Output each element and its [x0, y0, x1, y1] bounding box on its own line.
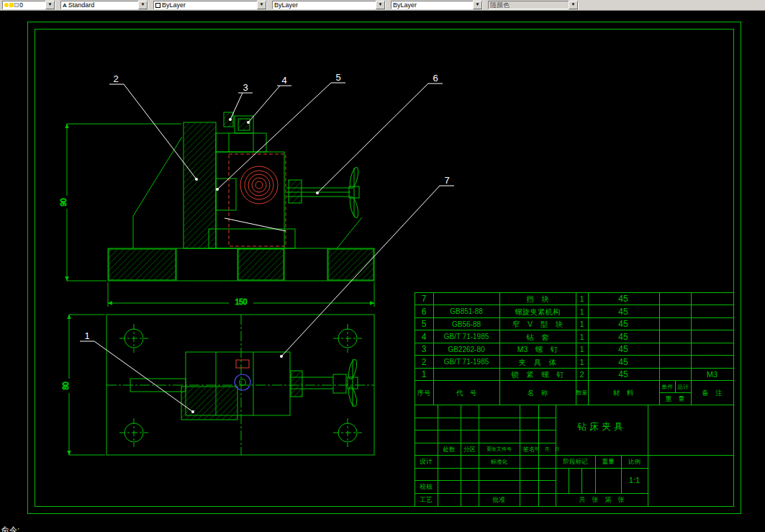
linetype-combo[interactable]: ByLayer ▼ [272, 1, 386, 9]
current-linetype: ByLayer [274, 1, 298, 9]
chevron-down-icon[interactable]: ▼ [376, 1, 385, 9]
object-properties-toolbar: 0 ▼ A Standard ▼ ByLayer ▼ ByLayer ▼ ByL… [0, 0, 765, 11]
svg-text:代 号: 代 号 [456, 389, 477, 397]
balloon-5: 5 [216, 72, 345, 191]
lineweight-combo[interactable]: ByLayer ▼ [391, 1, 483, 9]
svg-text:校核: 校核 [420, 483, 433, 490]
svg-text:钻 套: 钻 套 [525, 333, 549, 341]
command-prompt: 命令: [1, 526, 19, 532]
svg-text:2: 2 [113, 73, 118, 84]
current-lineweight: ByLayer [393, 1, 417, 9]
front-view[interactable] [108, 112, 374, 281]
svg-text:批准: 批准 [492, 496, 506, 503]
svg-text:重 量: 重 量 [666, 395, 685, 402]
svg-text:单件: 单件 [661, 384, 673, 390]
drawing-canvas[interactable]: 90 150 80 2 3 4 5 6 7 1 7 挡 块 [0, 0, 765, 532]
svg-text:1: 1 [579, 345, 584, 353]
svg-text:设计: 设计 [420, 458, 433, 465]
svg-text:45: 45 [618, 369, 628, 379]
svg-text:2: 2 [579, 370, 584, 379]
dim-plan-height: 80 [62, 382, 70, 390]
bom-table[interactable]: 7 挡 块 1 45 6 GB851-88 螺旋夹紧机构 1 45 5 GB56… [415, 292, 733, 506]
svg-text:签名: 签名 [523, 446, 535, 453]
model-space[interactable]: 90 150 80 2 3 4 5 6 7 1 7 挡 块 [0, 0, 765, 532]
bom-row: 6 GB851-88 螺旋夹紧机构 1 45 [422, 307, 628, 317]
balloon-6: 6 [316, 73, 443, 195]
bom-row: 2 GB/T 71-1985 夹 具 体 1 45 [422, 357, 628, 367]
svg-text:共 张 第 张: 共 张 第 张 [579, 496, 625, 503]
scale-value: 1:1 [629, 476, 640, 484]
svg-text:1: 1 [422, 369, 427, 379]
style-icon: A [63, 2, 67, 9]
dim-front-height: 90 [60, 198, 68, 207]
svg-text:GB/T 71-1985: GB/T 71-1985 [444, 333, 489, 341]
chevron-down-icon[interactable]: ▼ [45, 1, 55, 9]
svg-text:标准化: 标准化 [491, 459, 508, 465]
svg-text:备 注: 备 注 [702, 389, 723, 397]
svg-text:45: 45 [618, 319, 628, 329]
layer-on-icon [4, 3, 9, 7]
svg-text:夹 具 体: 夹 具 体 [519, 358, 557, 366]
chevron-down-icon[interactable]: ▼ [473, 1, 482, 9]
chevron-down-icon[interactable]: ▼ [138, 1, 148, 9]
chevron-down-icon: ▼ [569, 1, 578, 9]
plan-view[interactable] [107, 315, 374, 455]
svg-text:1: 1 [579, 333, 584, 341]
svg-text:7: 7 [444, 175, 449, 186]
svg-text:M3 螺 钉: M3 螺 钉 [517, 345, 558, 353]
svg-text:7: 7 [422, 294, 427, 304]
current-plotstyle: 随颜色 [490, 1, 510, 10]
color-combo[interactable]: ByLayer ▼ [153, 1, 267, 9]
svg-text:年、月、日: 年、月、日 [535, 446, 560, 452]
svg-text:名 称: 名 称 [528, 389, 548, 397]
balloon-4: 4 [247, 75, 291, 125]
balloon-1: 1 [80, 330, 194, 414]
title-block[interactable]: 钻床夹具 处数 分区 更改文件号 签名 年、月、日 设计 标准化 校核 工艺 批… [415, 405, 733, 507]
svg-text:工艺: 工艺 [420, 496, 433, 503]
svg-text:总计: 总计 [676, 384, 689, 390]
svg-text:序号: 序号 [417, 389, 432, 397]
bom-row: 7 挡 块 1 45 [422, 294, 628, 304]
style-combo[interactable]: A Standard ▼ [60, 1, 148, 9]
svg-text:5: 5 [422, 319, 427, 329]
svg-text:45: 45 [618, 357, 628, 367]
svg-text:45: 45 [618, 332, 628, 342]
svg-text:4: 4 [422, 332, 427, 342]
svg-text:GB851-88: GB851-88 [450, 307, 483, 315]
current-layer-name: 0 [19, 1, 23, 9]
chevron-down-icon[interactable]: ▼ [257, 1, 266, 9]
balloon-labels[interactable]: 2 3 4 5 6 7 1 [80, 72, 454, 414]
svg-text:1: 1 [579, 358, 584, 366]
color-swatch-icon [155, 3, 160, 8]
svg-text:6: 6 [433, 73, 438, 84]
svg-text:GB56-88: GB56-88 [452, 320, 481, 328]
svg-text:2: 2 [422, 357, 427, 367]
svg-text:1: 1 [579, 320, 584, 328]
command-line[interactable]: 命令: [1, 526, 19, 532]
svg-text:1: 1 [579, 294, 584, 303]
plan-detail[interactable] [236, 360, 249, 368]
svg-text:分区: 分区 [463, 446, 476, 453]
svg-text:3: 3 [422, 344, 427, 354]
svg-text:材 料: 材 料 [612, 389, 634, 397]
svg-text:阶段标记: 阶段标记 [563, 458, 589, 465]
plan-bushing-hole[interactable] [235, 374, 250, 390]
layer-combo[interactable]: 0 ▼ [2, 1, 55, 9]
front-view-section-details[interactable] [225, 154, 286, 246]
svg-text:1: 1 [579, 307, 584, 316]
dim-base-width: 150 [235, 298, 248, 306]
svg-text:GB2262-80: GB2262-80 [448, 346, 485, 353]
svg-text:螺旋夹紧机构: 螺旋夹紧机构 [515, 307, 561, 316]
current-color: ByLayer [162, 1, 186, 9]
svg-text:重量: 重量 [602, 458, 615, 465]
bom-row: 1 锁 紧 螺 钉 2 45 M3 [422, 369, 718, 379]
balloon-3: 3 [229, 82, 253, 122]
svg-text:处数: 处数 [443, 446, 456, 453]
svg-text:比例: 比例 [628, 458, 640, 465]
svg-text:45: 45 [618, 294, 628, 304]
svg-text:M3: M3 [707, 370, 718, 379]
svg-text:4: 4 [281, 75, 286, 86]
current-style-name: Standard [68, 1, 95, 9]
svg-text:6: 6 [422, 307, 427, 317]
svg-text:GB/T 71-1985: GB/T 71-1985 [444, 358, 489, 366]
